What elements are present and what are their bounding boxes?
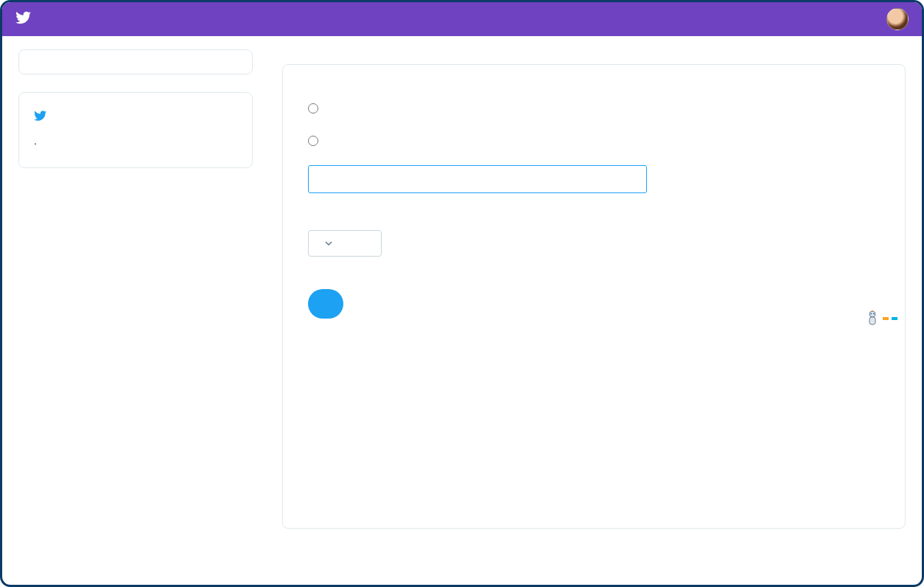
why-panel: .	[18, 92, 253, 168]
svg-point-0	[869, 311, 875, 317]
radio-personal[interactable]	[308, 136, 318, 146]
chevron-down-icon	[325, 237, 332, 249]
svg-rect-3	[869, 317, 875, 324]
svg-point-1	[870, 313, 872, 315]
top-navbar	[2, 2, 922, 36]
country-select[interactable]	[308, 230, 382, 257]
form-card	[282, 64, 906, 529]
continue-button[interactable]	[308, 289, 343, 319]
twitter-bird-icon	[15, 10, 32, 29]
why-body: .	[34, 133, 237, 150]
svg-point-2	[873, 313, 875, 315]
status-header	[19, 50, 252, 74]
radio-organization[interactable]	[308, 103, 318, 114]
svg-point-4	[872, 310, 873, 312]
watermark-badge	[865, 308, 897, 327]
progress-panel	[18, 49, 253, 74]
account-name-input[interactable]	[308, 165, 647, 193]
robot-icon	[865, 310, 880, 327]
twitter-bird-icon	[34, 109, 47, 126]
avatar[interactable]	[886, 8, 909, 30]
